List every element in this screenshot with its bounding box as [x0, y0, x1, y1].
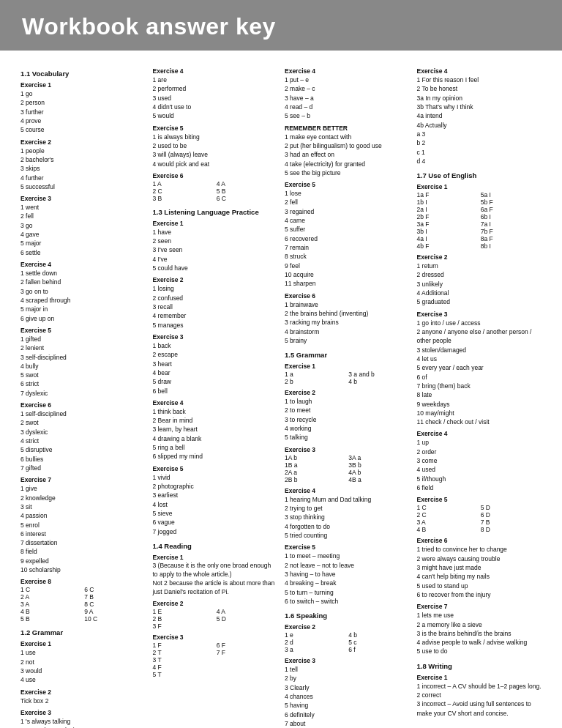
list-item: 2 seen [153, 237, 278, 245]
list-item: 3 heart [153, 360, 278, 368]
list-item: 3 B [153, 195, 214, 202]
list-item: 2 photographic [153, 482, 278, 491]
list-item: 5 use to do [417, 647, 542, 655]
list-item: 7 dyslexic [20, 389, 146, 398]
list-item: 1a F [417, 191, 478, 198]
list-item: 4 used [417, 465, 542, 474]
rd-ex3-title: Exercise 3 [153, 634, 278, 641]
list-item: 3 F [153, 623, 214, 630]
list-item: 5 talking [285, 433, 410, 442]
list-item: 6 strict [20, 379, 146, 388]
list-item: 8a F [481, 235, 542, 242]
list-item: 10 acquire [285, 270, 410, 279]
list-item: 3 might have just made [417, 563, 542, 572]
ls-ex4-title: Exercise 4 [153, 399, 278, 406]
col3-ex6-title: Exercise 6 [285, 292, 410, 300]
list-item: 4 bear [153, 368, 278, 377]
list-item: 1 people [20, 146, 146, 155]
ue-ex7-title: Exercise 7 [417, 603, 542, 610]
section-1-4-title: 1.4 Reading [153, 542, 278, 550]
list-item: 6 D [481, 511, 542, 519]
list-item: 2 anyone / anyone else / another person … [417, 327, 542, 346]
list-item: 3 come [417, 456, 542, 465]
list-item: 4 let us [417, 354, 542, 363]
ue-ex4-title: Exercise 4 [417, 430, 542, 437]
gr-ex3-grid: 1A b 3A a 1B a 3B b 2A a 4A b 2B b 4B a [285, 454, 410, 483]
list-item: 2b F [417, 213, 478, 220]
list-item: 3 to recycle [285, 415, 410, 424]
list-item: 5 D [217, 615, 277, 623]
gr-ex4-title: Exercise 4 [285, 487, 410, 494]
list-item: 2 by [285, 674, 410, 683]
list-item: 3 incorrect – Avoid using full sentences… [417, 699, 542, 718]
ls-ex2-list: 1 losing 2 confused 3 recall 4 remember … [153, 284, 278, 330]
list-item: 1 's always talking [20, 717, 146, 726]
list-item: 1 to meet – meeting [285, 551, 410, 560]
list-item: 2 C [417, 511, 478, 519]
ue-ex3-title: Exercise 3 [417, 311, 542, 318]
ls-ex1-list: 1 have 2 seen 3 I've seen 4 I've 5 could… [153, 228, 278, 273]
list-item: 2 swot [20, 418, 146, 427]
list-item: 11 sharpen [285, 279, 410, 288]
gr-ex5-list: 1 to meet – meeting 2 not leave – not to… [285, 551, 410, 606]
gr-ex5-title: Exercise 5 [285, 543, 410, 551]
list-item: 4 B [417, 526, 478, 533]
list-item: 7 gifted [20, 464, 146, 472]
gr-ex3-title: Exercise 3 [285, 446, 410, 453]
list-item: 6 of [417, 373, 542, 382]
list-item: 3a In my opinion [417, 94, 542, 103]
section-1-1-title: 1.1 Vocabulary [20, 70, 146, 78]
list-item: 5 suffer [285, 225, 410, 234]
list-item: 4a intend [417, 111, 542, 120]
list-item: 6 bullies [20, 455, 146, 464]
list-item: 5 graduated [417, 297, 542, 306]
column-1: 1.1 Vocabulary Exercise 1 1 go 2 person … [20, 64, 146, 728]
list-item: 4 didn't use to [153, 103, 278, 111]
list-item: 3 had an effect on [285, 150, 410, 159]
list-item: 3 having – to have [285, 570, 410, 579]
list-item: 5 enrol [20, 521, 146, 530]
list-item: 5 T [153, 671, 214, 678]
list-item: 1 hearing Mum and Dad talking [285, 495, 410, 504]
list-item: 2 a memory like a sieve [417, 620, 542, 629]
col4-ex4-list: 1 For this reason I feel 2 To be honest … [417, 75, 542, 166]
section-1-7-title: 1.7 Use of English [417, 171, 542, 179]
list-item: 1 think back [153, 407, 278, 416]
list-item: 2 Bear in mind [153, 416, 278, 425]
list-item: 5 course [20, 125, 146, 134]
list-item: 5 could have [153, 264, 278, 272]
ex1-4-list: 1 settle down 2 fallen behind 3 go on to… [20, 269, 146, 323]
list-item: 5 tried counting [285, 531, 410, 540]
list-item: 6 to recover from the injury [417, 590, 542, 599]
list-item: 1A b [285, 454, 345, 461]
list-item: 4 breaking – break [285, 579, 410, 587]
list-item: 3 go on to [20, 287, 146, 296]
list-item: 2 to meet [285, 406, 410, 415]
list-item: 8 struck [285, 252, 410, 261]
list-item: 5b F [481, 198, 542, 206]
list-item: 2 dressed [417, 270, 542, 279]
list-item: 4A b [348, 469, 409, 476]
list-item: 1 C [20, 586, 81, 593]
list-item: 9 feel [285, 261, 410, 270]
ex1-2-title: Exercise 2 [20, 138, 146, 146]
ls-ex5-title: Exercise 5 [153, 465, 278, 472]
list-item: 9 weekdays [417, 400, 542, 409]
list-item: 4 remember [153, 311, 278, 320]
sp-ex3-title: Exercise 3 [285, 657, 410, 664]
list-item: 3 earliest [153, 491, 278, 499]
col2-ex5-title: Exercise 5 [153, 125, 278, 132]
list-item: 4 B [20, 608, 81, 615]
list-item: 1 give [20, 484, 146, 493]
list-item: 3 is the brains behind/is the brains [417, 629, 542, 638]
list-item [217, 623, 277, 630]
list-item: 5 B [217, 187, 277, 195]
list-item: 2 T [153, 649, 214, 656]
gr-ex1-title: Exercise 1 [285, 363, 410, 370]
list-item: 3 further [20, 108, 146, 116]
rd-ex2-title: Exercise 2 [153, 600, 278, 607]
list-item: 2 not [20, 658, 146, 666]
list-item: 5 ring a bell [153, 443, 278, 452]
list-item: 1 tried to convince her to change [417, 545, 542, 554]
list-item: 3 a [285, 646, 345, 653]
